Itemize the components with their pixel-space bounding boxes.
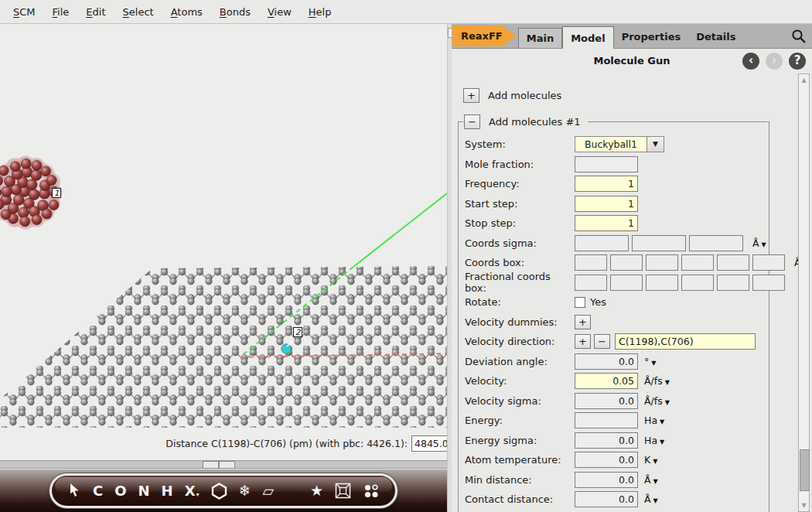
unit-label: Å/fs <box>644 395 663 407</box>
fractional-coords-box-input-3[interactable] <box>646 275 678 291</box>
menu-bonds[interactable]: Bonds <box>211 6 259 18</box>
pointer-tool-icon[interactable] <box>67 483 81 499</box>
scrollbar-thumb[interactable] <box>203 461 235 468</box>
unit-dropdown[interactable]: Ha▼ <box>644 415 664 426</box>
add-molecules-button[interactable]: + <box>463 88 479 103</box>
dropdown-arrow-icon: ▼ <box>665 399 670 406</box>
field-label: Contact distance: <box>465 493 575 505</box>
molecules-button-icon[interactable] <box>363 483 380 499</box>
velocity-dummies-add-button[interactable]: + <box>575 315 591 329</box>
system-select[interactable]: Buckyball1 <box>575 136 647 152</box>
contact-distance-input[interactable]: 0.0 <box>575 491 638 507</box>
energy-sigma-input[interactable]: 0.0 <box>575 432 638 449</box>
molecule-gun-form: + Add molecules − Add molecules #1 Syste… <box>452 73 812 512</box>
unit-label: Ha <box>644 415 657 426</box>
unit-dropdown[interactable]: Å▼ <box>644 474 658 486</box>
vertical-scrollbar[interactable]: ▲ ▼ <box>798 73 810 512</box>
fractional-coords-box-input-2[interactable] <box>610 275 643 291</box>
panel-selector-reaxff[interactable]: ReaxFF <box>452 26 517 46</box>
unit-dropdown[interactable]: Å/fs▼ <box>644 375 670 387</box>
rotate-checkbox[interactable] <box>575 297 585 308</box>
horizontal-scrollbar[interactable] <box>0 460 447 469</box>
coords-sigma-input-1[interactable] <box>575 235 629 251</box>
unit-dropdown[interactable]: °▼ <box>644 356 656 367</box>
plane-tool-button-icon[interactable]: ▱ <box>263 483 275 498</box>
menu-edit[interactable]: Edit <box>77 6 114 18</box>
add-molecules-group: − Add molecules #1 System:Buckyball1▼Mol… <box>458 121 769 512</box>
velocity-input[interactable]: 0.05 <box>575 373 638 389</box>
element-hydrogen-button[interactable]: H <box>162 484 173 498</box>
unit-dropdown[interactable]: Å▼ <box>644 493 658 505</box>
field-label: Energy: <box>465 415 575 426</box>
scroll-up-icon[interactable]: ▲ <box>799 75 809 85</box>
menu-bar: SCMFileEditSelectAtomsBondsViewHelp <box>0 0 812 24</box>
element-toolbar: CONHX▾❄▱★ <box>49 473 397 508</box>
stop-step-input[interactable]: 1 <box>575 215 638 231</box>
fractional-coords-box-input-5[interactable] <box>717 275 749 291</box>
unit-dropdown[interactable]: Ha▼ <box>644 435 664 446</box>
unit-dropdown[interactable]: K▼ <box>644 454 657 466</box>
element-oxygen-button[interactable]: O <box>114 484 126 498</box>
dropdown-arrow-icon: ▼ <box>651 360 656 367</box>
menu-view[interactable]: View <box>259 6 300 18</box>
tab-model[interactable]: Model <box>562 26 613 49</box>
tab-details[interactable]: Details <box>688 27 743 47</box>
3d-viewport[interactable]: 1 2 Distance C(1198)-C(706) (pm) (with p… <box>0 24 447 512</box>
deviation-angle-input[interactable]: 0.0 <box>575 353 638 370</box>
field-label: Deviation angle: <box>465 356 575 367</box>
min-distance-input[interactable]: 0.0 <box>575 472 638 488</box>
collapse-group-button[interactable]: − <box>464 114 480 129</box>
coords-box-input-6[interactable] <box>752 254 785 271</box>
coords-box-input-1[interactable] <box>575 254 607 271</box>
scroll-down-icon[interactable]: ▼ <box>799 500 809 510</box>
crystal-box-button-icon[interactable] <box>335 483 351 499</box>
velocity-sigma-input[interactable]: 0.0 <box>575 393 638 409</box>
element-x-button[interactable]: X▾ <box>185 484 200 498</box>
menu-help[interactable]: Help <box>300 6 340 18</box>
back-button[interactable]: ‹ <box>742 53 759 70</box>
atom-temperature-input[interactable]: 0.0 <box>575 452 638 468</box>
menu-file[interactable]: File <box>44 6 78 18</box>
deviation-angle-row: Deviation angle:0.0°▼ <box>465 352 769 372</box>
coords-box-input-3[interactable] <box>646 254 678 271</box>
coords-sigma-input-2[interactable] <box>632 235 686 251</box>
distance-value[interactable]: 4845.0 <box>411 435 447 452</box>
help-button[interactable]: ? <box>789 53 806 70</box>
element-carbon-button[interactable]: C <box>93 484 103 498</box>
search-icon[interactable] <box>791 29 807 44</box>
scrollbar-thumb[interactable] <box>800 449 810 491</box>
energy-input[interactable] <box>575 412 638 428</box>
fractional-coords-box-input-6[interactable] <box>752 275 785 291</box>
coords-box-input-2[interactable] <box>610 254 643 271</box>
mole-fraction-input[interactable] <box>575 156 638 172</box>
velocity-direction-add-button[interactable]: + <box>575 334 591 349</box>
field-label: Rotate: <box>465 296 575 308</box>
velocity-direction-remove-button[interactable]: − <box>594 334 610 349</box>
select-arrow-button[interactable]: ▼ <box>647 136 664 152</box>
field-label: Velocity: <box>465 375 575 387</box>
molecule-scene[interactable] <box>0 24 447 432</box>
coords-box-input-5[interactable] <box>717 254 749 271</box>
coords-box-input-4[interactable] <box>681 254 714 271</box>
ring-tool-button-icon[interactable] <box>211 483 227 500</box>
tab-properties[interactable]: Properties <box>614 27 689 47</box>
freeze-tool-button-icon[interactable]: ❄ <box>239 483 251 498</box>
coords-sigma-input-3[interactable] <box>689 235 743 251</box>
star-button-icon[interactable]: ★ <box>310 483 323 498</box>
frequency-input[interactable]: 1 <box>575 176 638 192</box>
field-label: Stop step: <box>465 217 575 229</box>
unit-dropdown[interactable]: Å▼ <box>752 237 766 249</box>
velocity-row: Velocity:0.05Å/fs▼ <box>465 371 769 391</box>
element-nitrogen-button[interactable]: N <box>138 484 150 498</box>
velocity-direction-input[interactable]: C(1198),C(706) <box>615 333 756 350</box>
menu-atoms[interactable]: Atoms <box>162 6 211 18</box>
forward-button[interactable]: › <box>766 53 783 70</box>
tab-main[interactable]: Main <box>518 28 562 48</box>
fractional-coords-box-input-1[interactable] <box>575 275 607 291</box>
unit-dropdown[interactable]: Å/fs▼ <box>644 395 670 407</box>
fractional-coords-box-input-4[interactable] <box>681 275 714 291</box>
field-label: Start step: <box>465 198 575 210</box>
menu-scm[interactable]: SCM <box>5 6 44 18</box>
start-step-input[interactable]: 1 <box>575 196 638 212</box>
menu-select[interactable]: Select <box>114 6 162 18</box>
